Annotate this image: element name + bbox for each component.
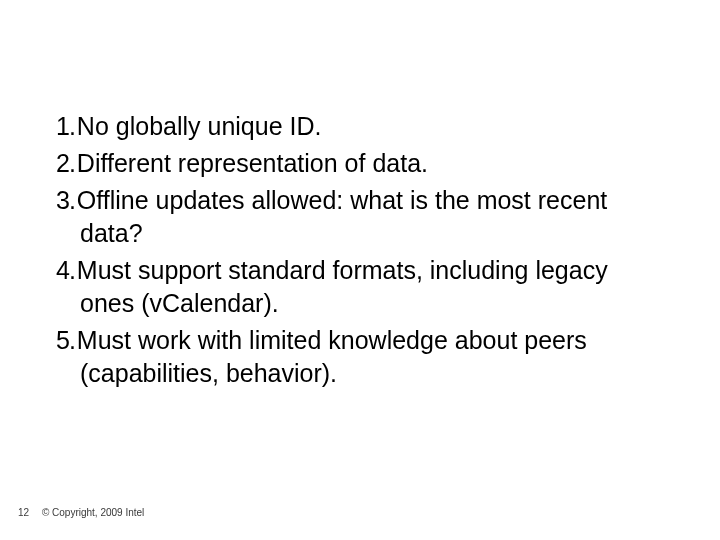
- page-number: 12: [18, 507, 29, 518]
- list-item: Must work with limited knowledge about p…: [56, 324, 664, 390]
- list-item: No globally unique ID.: [56, 110, 664, 143]
- list-item: Offline updates allowed: what is the mos…: [56, 184, 664, 250]
- content-body: No globally unique ID. Different represe…: [56, 110, 664, 394]
- footer: 12 © Copyright, 2009 Intel: [18, 507, 144, 518]
- ordered-list: No globally unique ID. Different represe…: [56, 110, 664, 390]
- copyright-text: © Copyright, 2009 Intel: [42, 507, 144, 518]
- slide: No globally unique ID. Different represe…: [0, 0, 720, 540]
- list-item: Must support standard formats, including…: [56, 254, 664, 320]
- list-item: Different representation of data.: [56, 147, 664, 180]
